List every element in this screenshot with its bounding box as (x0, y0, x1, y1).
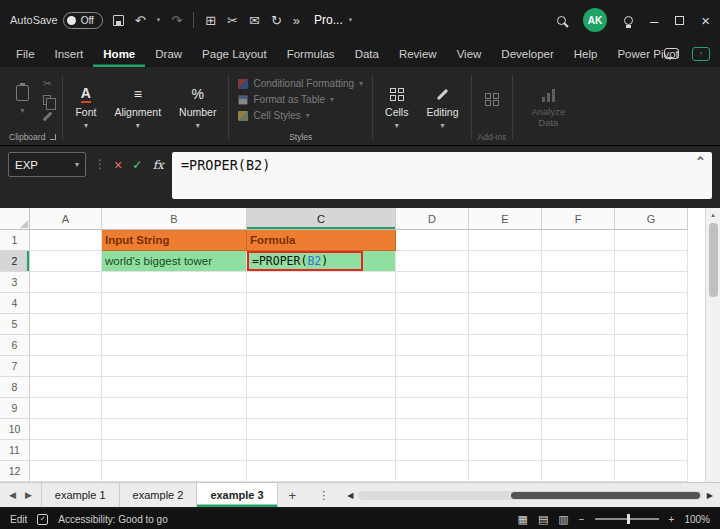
cell-b5[interactable] (102, 314, 247, 335)
cell-g6[interactable] (615, 335, 688, 356)
cell-c7[interactable] (247, 356, 396, 377)
tab-draw[interactable]: Draw (145, 40, 192, 67)
cell-a4[interactable] (30, 293, 102, 314)
close-button[interactable]: × (701, 13, 710, 28)
cell-g12[interactable] (615, 461, 688, 482)
row-header-2[interactable]: 2 (0, 251, 30, 272)
row-header-10[interactable]: 10 (0, 419, 30, 440)
scroll-left-icon[interactable]: ◀ (347, 491, 353, 500)
row-header-11[interactable]: 11 (0, 440, 30, 461)
cell-g2[interactable] (615, 251, 688, 272)
accessibility-icon[interactable]: ✓ (37, 514, 48, 525)
cell-e7[interactable] (469, 356, 542, 377)
row-header-8[interactable]: 8 (0, 377, 30, 398)
cell-b7[interactable] (102, 356, 247, 377)
page-layout-view-icon[interactable]: ▤ (538, 513, 548, 526)
sheet-tab-example-2[interactable]: example 2 (120, 483, 198, 507)
tab-formulas[interactable]: Formulas (277, 40, 345, 67)
cell-b12[interactable] (102, 461, 247, 482)
row-header-9[interactable]: 9 (0, 398, 30, 419)
cell-g8[interactable] (615, 377, 688, 398)
avatar[interactable]: AK (583, 8, 607, 32)
cell-c2[interactable]: =PROPER(B2) (247, 251, 396, 272)
scroll-right-icon[interactable]: ▶ (707, 491, 713, 500)
accessibility-status[interactable]: Accessibility: Good to go (58, 514, 168, 525)
cell-e11[interactable] (469, 440, 542, 461)
row-header-7[interactable]: 7 (0, 356, 30, 377)
scroll-up-icon[interactable]: ▴ (711, 211, 715, 219)
cell-e1[interactable] (469, 230, 542, 251)
horizontal-scrollbar[interactable]: ◀ ▶ (340, 483, 720, 507)
cell-g9[interactable] (615, 398, 688, 419)
cell-f2[interactable] (542, 251, 615, 272)
cell-c6[interactable] (247, 335, 396, 356)
conditional-formatting-button[interactable]: Conditional Formatting ▾ (235, 77, 366, 90)
cell-e12[interactable] (469, 461, 542, 482)
cell-d2[interactable] (396, 251, 469, 272)
cell-f3[interactable] (542, 272, 615, 293)
new-sheet-button[interactable]: + (278, 483, 308, 507)
cell-f4[interactable] (542, 293, 615, 314)
redo-icon[interactable]: ↷ (171, 13, 182, 28)
cell-d1[interactable] (396, 230, 469, 251)
column-header-f[interactable]: F (542, 208, 615, 230)
cell-d11[interactable] (396, 440, 469, 461)
cell-a6[interactable] (30, 335, 102, 356)
cell-f1[interactable] (542, 230, 615, 251)
cell-g4[interactable] (615, 293, 688, 314)
cell-g1[interactable] (615, 230, 688, 251)
cell-c10[interactable] (247, 419, 396, 440)
cell-f8[interactable] (542, 377, 615, 398)
zoom-slider-knob[interactable] (627, 514, 630, 524)
cell-e6[interactable] (469, 335, 542, 356)
mail-icon[interactable]: ✉ (249, 13, 260, 28)
cell-e4[interactable] (469, 293, 542, 314)
comments-icon[interactable] (664, 48, 679, 59)
cell-f9[interactable] (542, 398, 615, 419)
column-header-g[interactable]: G (615, 208, 688, 230)
cell-d10[interactable] (396, 419, 469, 440)
cell-e2[interactable] (469, 251, 542, 272)
cell-d9[interactable] (396, 398, 469, 419)
enter-icon[interactable]: ✓ (132, 157, 142, 172)
cell-b6[interactable] (102, 335, 247, 356)
cell-g3[interactable] (615, 272, 688, 293)
vertical-scrollbar[interactable]: ▴ (705, 208, 720, 482)
refresh-icon[interactable]: ↻ (271, 13, 282, 28)
tab-page-layout[interactable]: Page Layout (192, 40, 277, 67)
insert-function-icon[interactable]: fx (153, 158, 164, 172)
cell-b9[interactable] (102, 398, 247, 419)
column-header-c[interactable]: C (247, 208, 396, 230)
cell-b8[interactable] (102, 377, 247, 398)
cell-g5[interactable] (615, 314, 688, 335)
cell-c4[interactable] (247, 293, 396, 314)
editing-group-button[interactable]: Editing ▾ (417, 70, 467, 145)
sheet-tab-example-3[interactable]: example 3 (197, 483, 277, 507)
formula-input[interactable]: =PROPER(B2) ^ (172, 152, 712, 199)
copy-icon[interactable] (43, 95, 51, 105)
analyze-data-button[interactable]: Analyze Data (516, 70, 580, 145)
workbook-icon[interactable]: ⊞ (205, 13, 216, 28)
number-group-button[interactable]: % Number ▾ (170, 70, 225, 145)
autosave-switch[interactable]: Off (63, 12, 103, 29)
cell-a5[interactable] (30, 314, 102, 335)
tab-view[interactable]: View (447, 40, 492, 67)
sheet-tab-example-1[interactable]: example 1 (41, 483, 120, 507)
cell-c1[interactable]: Formula (247, 230, 396, 251)
cell-a1[interactable] (30, 230, 102, 251)
search-icon[interactable] (557, 16, 566, 25)
cell-d7[interactable] (396, 356, 469, 377)
tab-review[interactable]: Review (389, 40, 447, 67)
cancel-icon[interactable]: × (114, 157, 122, 173)
cell-f11[interactable] (542, 440, 615, 461)
tab-insert[interactable]: Insert (45, 40, 94, 67)
cell-f10[interactable] (542, 419, 615, 440)
tab-developer[interactable]: Developer (491, 40, 563, 67)
column-header-a[interactable]: A (30, 208, 102, 230)
column-header-e[interactable]: E (469, 208, 542, 230)
vertical-scroll-thumb[interactable] (709, 223, 718, 297)
zoom-slider[interactable] (595, 518, 659, 520)
cell-b3[interactable] (102, 272, 247, 293)
cell-c3[interactable] (247, 272, 396, 293)
cell-a9[interactable] (30, 398, 102, 419)
